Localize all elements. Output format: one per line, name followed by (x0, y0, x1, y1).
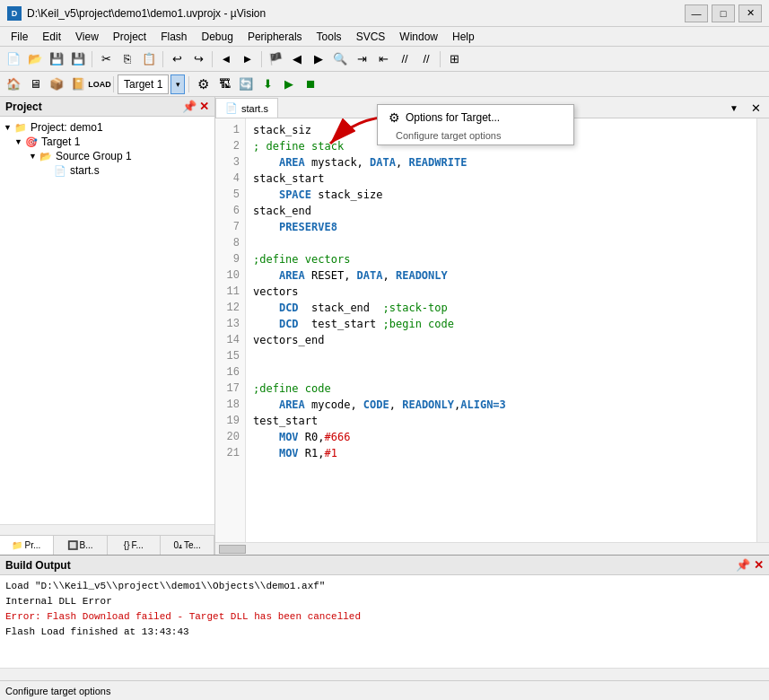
indent-button[interactable]: ⇥ (352, 49, 371, 69)
open-file-button[interactable]: 📂 (25, 49, 45, 69)
pack-installer-button[interactable]: 📦 (47, 74, 66, 94)
menubar: File Edit View Project Flash Debug Perip… (0, 27, 769, 47)
download-button[interactable]: ⬇ (258, 74, 277, 94)
menu-project[interactable]: Project (106, 29, 153, 45)
back-button[interactable]: ◄ (216, 49, 236, 69)
menu-help[interactable]: Help (445, 29, 482, 45)
project-panel-title: Project (5, 101, 42, 113)
redo-button[interactable]: ↪ (188, 49, 208, 69)
app-icon: D (7, 6, 22, 21)
build-hscrollbar[interactable] (0, 668, 769, 680)
editor-pin-button[interactable]: ✕ (746, 98, 765, 118)
editor-tab-icon: 📄 (225, 102, 238, 114)
editor-tab-start-s[interactable]: 📄 start.s (215, 98, 278, 118)
build-output-content: Load "D:\\Keil_v5\\project\\demo1\\Objec… (0, 575, 769, 668)
undo-button[interactable]: ↩ (167, 49, 187, 69)
tab-books-icon: 🔲 (67, 540, 78, 550)
new-file-button[interactable]: 📄 (4, 49, 23, 69)
menu-peripherals[interactable]: Peripherals (240, 29, 310, 45)
next-error-button[interactable]: ▶ (309, 49, 328, 69)
target-name-label: Target 1 (124, 78, 162, 91)
titlebar-controls[interactable]: — □ ✕ (685, 4, 762, 22)
forward-button[interactable]: ► (238, 49, 258, 69)
bookmark-button[interactable]: 🏴 (266, 49, 285, 69)
panel-tab-books[interactable]: 🔲 B... (54, 536, 108, 555)
project-panel-header: Project 📌 ✕ (0, 97, 214, 117)
panel-tab-templates[interactable]: 0₄ Te... (161, 536, 214, 555)
start-debug-button[interactable]: ▶ (279, 74, 299, 94)
editor-hscrollbar[interactable] (215, 542, 769, 555)
options-icon: ⚙ (389, 110, 400, 125)
options-button[interactable]: ⚙ (193, 74, 213, 94)
statusbar: Configure target options (0, 680, 769, 700)
tree-item-target[interactable]: ▼ 🎯 Target 1 (0, 135, 214, 149)
hscroll-thumb[interactable] (219, 545, 246, 554)
menu-tools[interactable]: Tools (310, 29, 349, 45)
panel-close-button[interactable]: ✕ (199, 100, 209, 113)
prev-error-button[interactable]: ◀ (287, 49, 307, 69)
folder-icon: 📂 (39, 151, 52, 162)
outdent-button[interactable]: ⇤ (373, 49, 393, 69)
tree-item-source-group[interactable]: ▼ 📂 Source Group 1 (0, 149, 214, 163)
comment-button[interactable]: // (395, 49, 415, 69)
target-dropdown-arrow[interactable]: ▾ (170, 74, 185, 94)
close-button[interactable]: ✕ (738, 4, 762, 22)
output-windows-button[interactable]: 🖥 (25, 74, 45, 94)
panel-tab-project[interactable]: 📁 Pr... (0, 536, 54, 555)
file-label: start.s (70, 164, 100, 177)
uncomment-button[interactable]: // (416, 49, 436, 69)
load-button[interactable]: LOAD (90, 74, 109, 94)
editor-close-button[interactable]: ▼ (724, 98, 744, 118)
toolbar-separator1 (92, 51, 92, 67)
cut-button[interactable]: ✂ (96, 49, 116, 69)
paste-button[interactable]: 📋 (139, 49, 159, 69)
build-pin-button[interactable]: 📌 (736, 558, 750, 572)
code-editor[interactable]: 12345 678910 1112131415 1617181920 21 st… (215, 118, 769, 542)
menu-file[interactable]: File (4, 29, 35, 45)
build-line-4: Flash Load finished at 13:43:43 (5, 625, 764, 640)
build-line-3: Error: Flash Download failed - Target DL… (5, 609, 764, 625)
copy-button[interactable]: ⎘ (118, 49, 137, 69)
code-content[interactable]: stack_siz ; define stack AREA mystack, D… (246, 118, 756, 542)
device-db-button[interactable]: 📔 (68, 74, 88, 94)
menu-debug[interactable]: Debug (195, 29, 240, 45)
save-all-button[interactable]: 💾 (68, 49, 88, 69)
main-area: Project 📌 ✕ ▼ 📁 Project: demo1 ▼ 🎯 Targe… (0, 97, 769, 555)
project-windows-button[interactable]: 🏠 (4, 74, 23, 94)
menu-view[interactable]: View (68, 29, 106, 45)
find-button[interactable]: 🔍 (330, 49, 350, 69)
build-close-button[interactable]: ✕ (754, 558, 764, 572)
project-hscrollbar[interactable] (0, 524, 214, 535)
tab-project-icon: 📁 (12, 540, 22, 550)
dropdown-subtitle: Configure target options (378, 128, 573, 143)
expand-target: ▼ (14, 137, 23, 146)
tree-item-start-s[interactable]: 📄 start.s (0, 163, 214, 178)
source-group-label: Source Group 1 (56, 150, 132, 162)
rebuild-button[interactable]: 🔄 (236, 74, 256, 94)
menu-edit[interactable]: Edit (35, 29, 68, 45)
build-button[interactable]: 🏗 (214, 74, 234, 94)
minimize-button[interactable]: — (685, 4, 708, 22)
dropdown-options-target[interactable]: ⚙ Options for Target... (378, 107, 573, 128)
tab-templates-icon: 0₄ (173, 540, 182, 550)
stop-debug-button[interactable]: ⏹ (301, 74, 320, 94)
titlebar: D D:\Keil_v5\project\demo1\demo1.uvprojx… (0, 0, 769, 27)
build-output-title: Build Output (5, 559, 71, 572)
titlebar-left: D D:\Keil_v5\project\demo1\demo1.uvprojx… (7, 6, 266, 21)
project-label: Project: demo1 (31, 121, 103, 134)
panel-pin-button[interactable]: 📌 (182, 100, 197, 113)
maximize-button[interactable]: □ (712, 4, 735, 22)
editor-area: 📄 start.s ▼ ✕ 12345 678910 1112131415 16… (215, 97, 769, 555)
tree-item-project[interactable]: ▼ 📁 Project: demo1 (0, 120, 214, 135)
project-panel: Project 📌 ✕ ▼ 📁 Project: demo1 ▼ 🎯 Targe… (0, 97, 215, 555)
menu-svcs[interactable]: SVCS (349, 29, 393, 45)
menu-flash[interactable]: Flash (153, 29, 194, 45)
toolbar-separator6 (113, 76, 114, 92)
panel-tab-functions[interactable]: {} F... (108, 536, 162, 555)
tab-functions-label: F... (132, 540, 144, 550)
save-button[interactable]: 💾 (47, 49, 66, 69)
editor-vscrollbar[interactable] (756, 118, 769, 542)
dropdown-menu: ⚙ Options for Target... Configure target… (377, 104, 574, 145)
view-button[interactable]: ⊞ (444, 49, 464, 69)
menu-window[interactable]: Window (392, 29, 445, 45)
